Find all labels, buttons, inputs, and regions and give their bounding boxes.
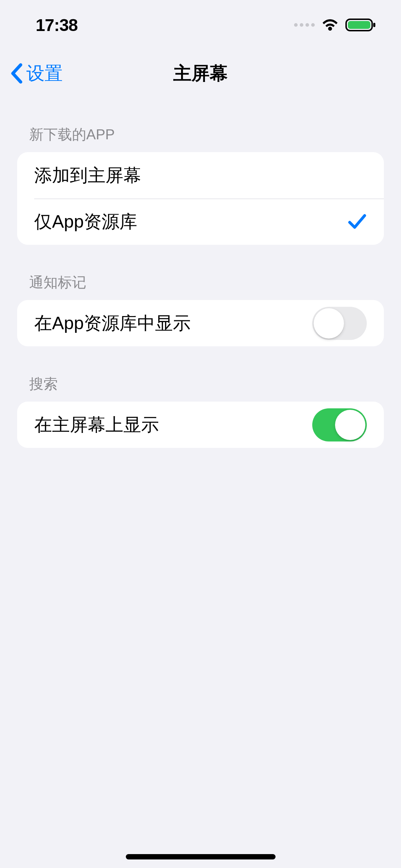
wifi-icon bbox=[321, 18, 339, 32]
section-header-new-apps: 新下载的APP bbox=[17, 97, 384, 152]
row-show-on-home: 在主屏幕上显示 bbox=[17, 402, 384, 448]
page-title: 主屏幕 bbox=[173, 61, 228, 86]
battery-icon bbox=[345, 18, 376, 32]
back-label: 设置 bbox=[26, 61, 63, 86]
toggle-show-on-home[interactable] bbox=[312, 408, 367, 441]
home-indicator bbox=[126, 854, 276, 859]
back-button[interactable]: 设置 bbox=[10, 61, 63, 86]
status-indicators bbox=[294, 18, 376, 32]
option-label: 仅App资源库 bbox=[34, 210, 137, 234]
svg-rect-2 bbox=[373, 23, 375, 27]
checkmark-icon bbox=[348, 213, 367, 231]
group-new-apps: 添加到主屏幕 仅App资源库 bbox=[17, 152, 384, 245]
group-badges: 在App资源库中显示 bbox=[17, 300, 384, 346]
chevron-left-icon bbox=[10, 63, 23, 84]
option-app-library-only[interactable]: 仅App资源库 bbox=[17, 198, 384, 245]
svg-rect-1 bbox=[348, 21, 370, 29]
row-label: 在主屏幕上显示 bbox=[34, 413, 159, 437]
status-time: 17:38 bbox=[36, 15, 78, 35]
status-bar: 17:38 bbox=[0, 0, 401, 50]
row-label: 在App资源库中显示 bbox=[34, 311, 191, 335]
nav-bar: 设置 主屏幕 bbox=[0, 50, 401, 97]
cell-signal-dots bbox=[294, 23, 315, 27]
toggle-show-in-app-library[interactable] bbox=[312, 307, 367, 340]
section-header-badges: 通知标记 bbox=[17, 245, 384, 300]
row-show-in-app-library: 在App资源库中显示 bbox=[17, 300, 384, 346]
group-search: 在主屏幕上显示 bbox=[17, 402, 384, 448]
section-header-search: 搜索 bbox=[17, 346, 384, 402]
option-add-to-home[interactable]: 添加到主屏幕 bbox=[17, 152, 384, 198]
option-label: 添加到主屏幕 bbox=[34, 164, 141, 187]
toggle-knob bbox=[314, 308, 344, 339]
content: 新下载的APP 添加到主屏幕 仅App资源库 通知标记 在App资源库中显示 搜… bbox=[0, 97, 401, 448]
toggle-knob bbox=[335, 410, 365, 440]
